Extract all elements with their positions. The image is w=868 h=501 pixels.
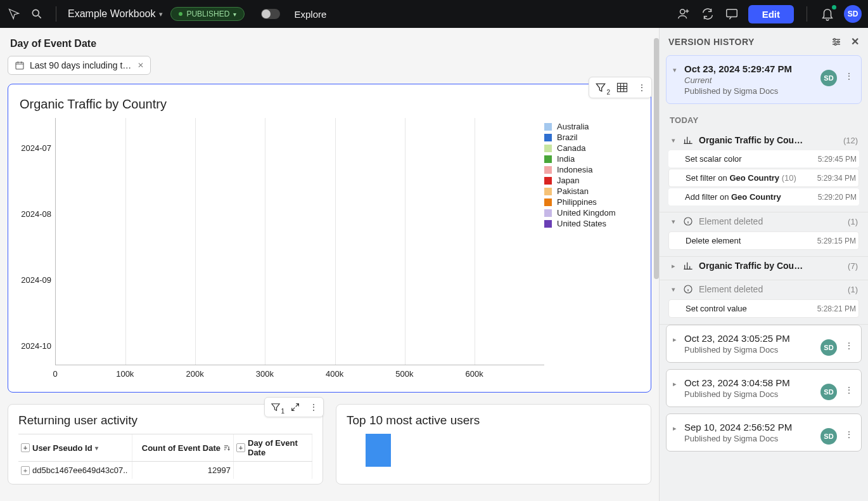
- svg-point-0: [32, 10, 39, 16]
- version-card[interactable]: ▸ Oct 23, 2024 3:04:58 PM Published by S…: [666, 369, 862, 407]
- y-axis-tick: 2024-08: [21, 209, 51, 219]
- legend-swatch-icon: [544, 166, 552, 174]
- more-icon[interactable]: ⋮: [845, 385, 853, 395]
- add-user-icon[interactable]: [676, 6, 691, 22]
- clear-filter-icon[interactable]: ✕: [137, 61, 144, 70]
- chart-title: Organic Traffic by Country: [20, 97, 639, 112]
- legend-item[interactable]: Philippines: [544, 197, 639, 207]
- comment-icon[interactable]: [724, 6, 739, 22]
- expand-column-icon[interactable]: +: [236, 443, 245, 452]
- history-group-header[interactable]: ▸ Organic Traffic by Cou… (7): [668, 257, 859, 275]
- history-group-label: Element deleted: [699, 216, 843, 226]
- chevron-down-icon[interactable]: ▾: [673, 66, 677, 74]
- grid-line: [335, 118, 336, 365]
- history-item[interactable]: Delete element5:29:15 PM: [668, 231, 859, 250]
- workbook-title-text: Example Workbook: [68, 8, 155, 20]
- history-item[interactable]: Add filter on Geo Country5:29:20 PM: [668, 188, 859, 205]
- notifications-icon[interactable]: [820, 6, 835, 22]
- legend-item[interactable]: India: [544, 154, 639, 164]
- calendar-icon: [15, 60, 25, 70]
- col-header[interactable]: User Pseudo Id: [32, 443, 93, 453]
- chevron-right-icon[interactable]: ▸: [673, 335, 677, 344]
- content-area: Day of Event Date Last 90 days including…: [0, 28, 659, 501]
- panel-title: VERSION HISTORY: [668, 37, 755, 47]
- cell-value: dd5bc1467ee649d43c07..: [32, 465, 127, 475]
- returning-users-card[interactable]: 1 ⋮ Returning user activity + User Pseud…: [8, 404, 323, 485]
- history-item-text: Add filter on Geo Country: [685, 192, 813, 202]
- history-group-label: Element deleted: [699, 284, 843, 294]
- user-avatar[interactable]: SD: [844, 5, 862, 23]
- chevron-down-icon: ▾: [233, 11, 236, 18]
- history-item-text: Set control value: [686, 304, 812, 313]
- version-card-current[interactable]: ▾ Oct 23, 2024 5:29:47 PM Current Publis…: [666, 55, 862, 104]
- card-toolbar: 1 ⋮: [264, 397, 324, 417]
- sort-desc-icon[interactable]: [223, 444, 231, 452]
- x-axis-tick: 600k: [466, 369, 483, 379]
- version-card[interactable]: ▸ Oct 23, 2024 3:05:25 PM Published by S…: [666, 325, 862, 363]
- divider: [807, 6, 807, 22]
- more-icon[interactable]: ⋮: [845, 341, 853, 351]
- table-icon[interactable]: [616, 81, 629, 94]
- chevron-right-icon[interactable]: ▸: [673, 424, 677, 433]
- scrollbar[interactable]: [654, 38, 659, 279]
- table-row[interactable]: + dd5bc1467ee649d43c07.. 12997: [18, 462, 312, 479]
- filter-count: 1: [281, 408, 284, 415]
- legend-swatch-icon: [544, 209, 552, 217]
- close-icon[interactable]: ✕: [851, 36, 860, 48]
- more-icon[interactable]: ⋮: [845, 71, 853, 81]
- explore-toggle[interactable]: [261, 9, 280, 19]
- top-users-card[interactable]: Top 10 most active users: [336, 404, 651, 485]
- more-icon[interactable]: ⋮: [637, 82, 646, 93]
- status-badge[interactable]: PUBLISHED ▾: [170, 7, 245, 21]
- legend-item[interactable]: United States: [544, 219, 639, 228]
- date-filter-chip[interactable]: Last 90 days including to… ✕: [8, 56, 151, 75]
- version-card[interactable]: ▸ Sep 10, 2024 2:56:52 PM Published by S…: [666, 413, 862, 452]
- chart-card[interactable]: 2 ⋮ Organic Traffic by Country 2024-0720…: [8, 84, 651, 393]
- history-item[interactable]: Set control value5:28:21 PM: [668, 299, 859, 318]
- refresh-icon[interactable]: [700, 6, 715, 22]
- expand-column-icon[interactable]: +: [21, 443, 30, 452]
- expand-row-icon[interactable]: +: [21, 466, 30, 475]
- edit-button[interactable]: Edit: [748, 5, 794, 23]
- legend-label: Philippines: [557, 197, 597, 207]
- history-item[interactable]: Set scalar color5:29:45 PM: [668, 150, 859, 167]
- today-label: TODAY: [660, 110, 868, 131]
- history-item-time: 5:29:15 PM: [817, 237, 856, 245]
- more-icon[interactable]: ⋮: [845, 429, 853, 439]
- chevron-right-icon[interactable]: ▸: [673, 380, 677, 388]
- avatar: SD: [820, 384, 837, 400]
- legend-item[interactable]: Australia: [544, 122, 639, 131]
- history-group-count: (1): [848, 217, 858, 226]
- filter-icon[interactable]: 1: [270, 401, 281, 413]
- chevron-down-icon[interactable]: ▾: [95, 445, 98, 452]
- history-group-count: (7): [848, 261, 858, 271]
- history-group-count: (1): [848, 285, 858, 294]
- x-axis-tick: 400k: [326, 369, 343, 379]
- filter-icon[interactable]: 2: [594, 81, 607, 94]
- legend-item[interactable]: United Kingdom: [544, 208, 639, 218]
- legend-item[interactable]: Pakistan: [544, 186, 639, 196]
- legend-item[interactable]: Canada: [544, 143, 639, 153]
- history-group-header[interactable]: ▾ Element deleted (1): [668, 280, 859, 298]
- col-header[interactable]: Count of Event Date: [142, 443, 220, 453]
- more-icon[interactable]: ⋮: [309, 402, 318, 412]
- settings-icon[interactable]: [831, 36, 842, 48]
- avatar: SD: [820, 428, 837, 445]
- search-icon[interactable]: [29, 6, 44, 22]
- history-group-header[interactable]: ▾ Element deleted (1): [668, 212, 859, 230]
- history-item[interactable]: Set filter on Geo Country (10)5:29:34 PM: [668, 169, 859, 187]
- explore-label: Explore: [294, 9, 326, 20]
- expand-icon[interactable]: [290, 402, 300, 412]
- legend-item[interactable]: Japan: [544, 176, 639, 185]
- workbook-title[interactable]: Example Workbook ▾: [68, 8, 163, 20]
- col-header[interactable]: Day of Event Date: [248, 438, 309, 457]
- history-item-time: 5:29:20 PM: [818, 193, 857, 202]
- legend-item[interactable]: Brazil: [544, 133, 639, 142]
- notification-dot-icon: [832, 5, 836, 10]
- app-logo-icon[interactable]: [6, 6, 22, 22]
- legend-item[interactable]: Indonesia: [544, 165, 639, 174]
- status-dot-icon: [179, 12, 182, 16]
- avatar: SD: [820, 70, 837, 86]
- bar-preview: [366, 434, 391, 467]
- history-group-header[interactable]: ▾ Organic Traffic by Cou… (12): [668, 131, 859, 149]
